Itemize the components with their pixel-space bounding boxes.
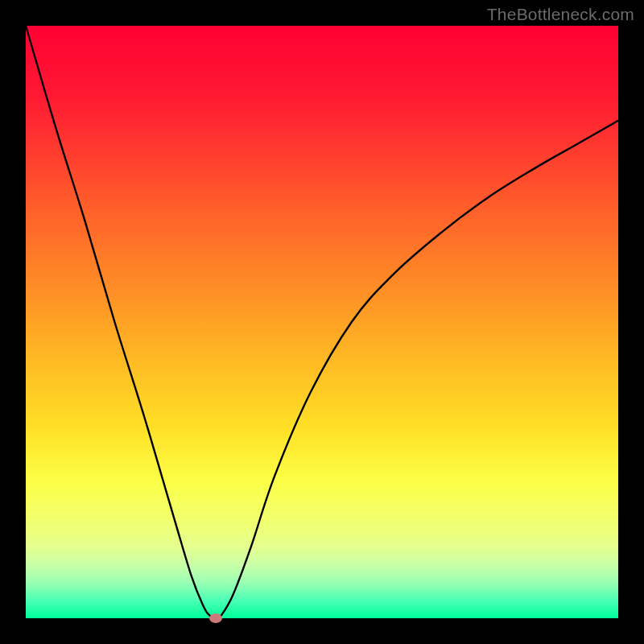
curve-path: [26, 26, 618, 618]
bottleneck-curve: [26, 26, 618, 618]
plot-area: [26, 26, 618, 618]
chart-frame: TheBottleneck.com: [0, 0, 644, 644]
watermark-text: TheBottleneck.com: [487, 5, 634, 24]
minimum-marker: [209, 613, 222, 623]
